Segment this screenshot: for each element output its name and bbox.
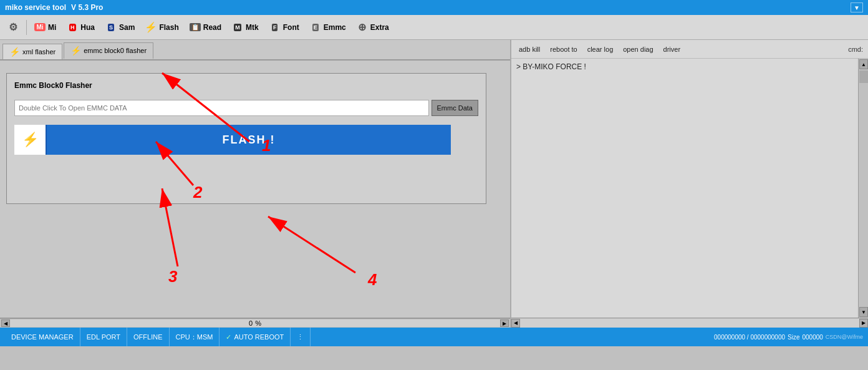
device-manager-label: DEVICE MANAGER [11,333,74,341]
scrollbar-track [859,84,868,306]
read-label: Read [203,23,221,32]
status-device-manager: DEVICE MANAGER [5,328,80,346]
right-bottom-scrollbar[interactable]: ◀ ▶ [511,318,868,328]
tab-bar: ⚡ xml flasher ⚡ emmc block0 flasher [0,40,510,61]
flash-button-main[interactable]: ⚡ FLASH ! [14,125,451,155]
emmc-icon: E [309,21,322,34]
flash-label: Flash [159,23,178,32]
mtk-icon: M [231,21,244,34]
hua-label: Hua [80,23,95,32]
scroll-left-btn[interactable]: ◀ [1,319,10,327]
size-value: 000000 [802,334,822,341]
flash-icon: ⚡ [145,21,157,34]
separator [26,20,27,35]
cmd-label: cmd: [848,46,863,53]
adb-kill-button[interactable]: adb kill [516,46,542,53]
dots-icon: ⋮ [297,333,304,341]
tab-emmc-block0-flasher[interactable]: ⚡ emmc block0 flasher [64,42,153,59]
log-line-1: > BY-MIKO FORCE ! [516,62,853,71]
progress-area: 0 % [10,319,500,327]
read-button[interactable]: 📋 Read [185,18,226,37]
bottom-scrollbar[interactable]: ◀ 0 % ▶ [0,318,510,328]
tab-xml-flasher-label: xml flasher [22,48,55,56]
hua-icon: H [66,21,79,34]
titlebar-left: miko service tool V 5.3 Pro [5,3,103,12]
right-toolbar: adb kill reboot to clear log open diag d… [511,40,868,59]
titlebar: miko service tool V 5.3 Pro ▼ [0,0,868,15]
status-offline: OFFLINE [127,328,169,346]
content-area: 1 2 3 4 Emmc Block0 Flasher Emmc Data [0,61,510,318]
cpu-label: CPU： [176,333,197,342]
tab-xml-flasher[interactable]: ⚡ xml flasher [2,44,62,59]
tools-icon: ⚙ [7,21,19,34]
progress-pct: % [255,319,261,327]
right-hscroll-track [520,319,859,328]
hscroll-track: 0 % [10,319,500,327]
emmc-data-input[interactable] [14,100,429,116]
size-label: Size [788,334,799,341]
open-diag-button[interactable]: open diag [620,46,655,53]
status-right: 000000000 / 0000000000 Size 000000 CSDN@… [714,334,863,341]
emmc-button[interactable]: E Emmc [305,18,350,37]
mtk-label: Mtk [246,23,259,32]
right-scrollbar[interactable]: ▲ ▼ [858,59,868,318]
extra-icon: ⊕ [356,21,369,34]
font-button[interactable]: F Font [264,18,304,37]
close-button[interactable]: ▼ [851,2,863,12]
right-panel: adb kill reboot to clear log open diag d… [511,40,868,328]
scrollbar-down-btn[interactable]: ▼ [859,307,868,317]
font-label: Font [283,23,299,32]
svg-line-7 [268,217,355,273]
extra-button[interactable]: ⊕ Extra [352,18,393,37]
flash-btn-text: FLASH ! [47,134,451,147]
read-icon: 📋 [189,21,201,34]
status-dots[interactable]: ⋮ [291,328,311,346]
titlebar-controls: ▼ [851,2,863,12]
mtk-button[interactable]: M Mtk [227,18,263,37]
app-name: miko service tool [5,3,66,12]
log-content: > BY-MIKO FORCE ! [511,59,858,318]
svg-text:4: 4 [367,270,377,289]
mi-button[interactable]: Mi Mi [29,18,60,37]
status-cpu: CPU： MSM [170,328,220,346]
app-version: V 5.3 Pro [71,3,103,12]
emmc-label: Emmc [324,23,346,32]
hua-button[interactable]: H Hua [62,18,99,37]
auto-reboot-label: AUTO REBOOT [234,333,284,341]
tab-emmc-flash-icon: ⚡ [70,46,81,56]
right-scroll-right-btn[interactable]: ▶ [859,319,868,328]
reboot-to-button[interactable]: reboot to [547,46,579,53]
log-scrollbar-area: > BY-MIKO FORCE ! ▲ ▼ [511,59,868,318]
auto-reboot-check: ✓ [226,333,231,341]
counter-label: 000000000 / 0000000000 [714,334,785,341]
emmc-data-row: Emmc Data [14,100,478,116]
scroll-right-btn[interactable]: ▶ [500,319,509,327]
scrollbar-up-btn[interactable]: ▲ [859,59,868,69]
extra-label: Extra [370,23,389,32]
flash-btn-icon-box: ⚡ [14,125,47,155]
progress-num: 0 [249,319,253,327]
edl-port-label: EDL PORT [87,333,120,341]
tab-xml-flash-icon: ⚡ [9,47,20,57]
scrollbar-thumb [859,71,868,83]
sam-label: Sam [119,23,135,32]
left-panel: ⚡ xml flasher ⚡ emmc block0 flasher [0,40,511,328]
block0-title: Emmc Block0 Flasher [14,81,478,90]
svg-text:3: 3 [168,267,178,286]
status-edl-port: EDL PORT [80,328,127,346]
sam-button[interactable]: S Sam [100,18,139,37]
tools-button[interactable]: ⚙ [2,18,24,37]
emmc-data-button[interactable]: Emmc Data [432,100,478,116]
offline-label: OFFLINE [133,333,162,341]
flash-button[interactable]: ⚡ Flash [140,18,183,37]
right-scroll-left-btn[interactable]: ◀ [511,319,520,328]
watermark-label: CSDN@Wifme [826,334,863,340]
driver-button[interactable]: driver [661,46,683,53]
mi-icon: Mi [34,21,46,34]
font-icon: F [269,21,281,34]
status-auto-reboot[interactable]: ✓ AUTO REBOOT [219,328,291,346]
flash-lightning-icon: ⚡ [22,132,39,148]
cpu-value: MSM [197,333,213,341]
clear-log-button[interactable]: clear log [585,46,616,53]
main-toolbar: ⚙ Mi Mi H Hua S Sam ⚡ Flash 📋 Read M Mtk… [0,15,868,40]
